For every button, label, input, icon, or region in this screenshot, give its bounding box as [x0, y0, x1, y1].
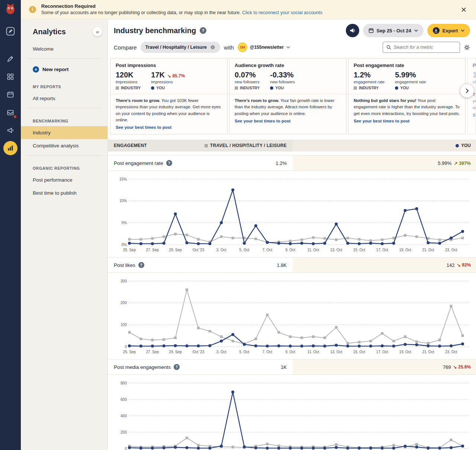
post-media-engagements-chart: 020040060080025. Sep27. Sep29. SepOct '2…	[108, 375, 476, 450]
svg-text:9. Oct: 9. Oct	[285, 248, 295, 252]
sidebar-item-post-performance[interactable]: Post performance	[21, 173, 107, 186]
info-icon: i	[29, 6, 36, 13]
svg-text:Oct '23: Oct '23	[193, 350, 205, 354]
help-icon[interactable]: ?	[200, 27, 206, 34]
search-input[interactable]	[394, 45, 456, 50]
svg-text:5. Oct: 5. Oct	[239, 350, 250, 354]
amplify-megaphone-icon[interactable]	[3, 123, 17, 137]
industry-legend: TRAVEL / HOSPITALITY / LEISURE	[205, 143, 287, 148]
card-title: Audience growth rate	[229, 63, 346, 68]
svg-text:9. Oct: 9. Oct	[285, 350, 295, 354]
svg-text:7. Oct: 7. Oct	[262, 248, 272, 252]
help-icon[interactable]: ?	[166, 160, 172, 166]
next-cards-button[interactable]	[460, 84, 474, 98]
analytics-icon[interactable]	[3, 141, 17, 155]
settings-gear-icon[interactable]	[464, 44, 470, 51]
metric-label: Post media engagements	[114, 364, 171, 370]
svg-text:21. Oct: 21. Oct	[422, 350, 434, 354]
you-value: 5.99%	[438, 160, 451, 166]
plus-icon: +	[33, 66, 39, 73]
page-header: Industry benchmarking ? Sep 25 - Oct 24 …	[108, 19, 476, 40]
industry-selector-pill[interactable]: Travel / Hospitality / Leisure	[141, 42, 220, 53]
banner-message: Some of your accounts are no longer publ…	[41, 10, 322, 16]
inbox-icon[interactable]	[3, 105, 17, 119]
calendar-icon	[369, 28, 374, 33]
industry-swatch	[116, 86, 119, 90]
best-times-link[interactable]: See your best times to post	[110, 125, 227, 130]
line-chart: 0%5%10%15%25. Sep27. Sep29. SepOct '233.…	[112, 175, 472, 254]
divider	[229, 94, 346, 94]
help-icon[interactable]: ?	[174, 364, 180, 370]
svg-text:3. Oct: 3. Oct	[216, 350, 226, 354]
with-label: with	[224, 44, 234, 51]
industry-swatch	[235, 86, 238, 90]
streams-grid-icon[interactable]	[3, 70, 17, 84]
page-title: Industry benchmarking	[114, 26, 196, 35]
card-message: Nothing but gold stars for you! Your pos…	[348, 98, 465, 117]
you-value: 769	[443, 364, 451, 370]
reconnect-link[interactable]: Click to reconnect your social accounts	[242, 10, 322, 15]
svg-text:100: 100	[120, 323, 127, 327]
collapse-sidebar-button[interactable]: «	[93, 27, 102, 36]
row-post-media-engagements: Post media engagements ? 1K 769 ↘ 25.6%	[108, 359, 476, 375]
chevron-down-icon	[286, 46, 290, 48]
svg-text:200: 200	[120, 430, 127, 434]
industry-swatch	[354, 86, 357, 90]
new-report-button[interactable]: + New report	[21, 62, 107, 77]
sidebar-item-all-reports[interactable]: All reports	[21, 92, 107, 105]
svg-text:27. Sep: 27. Sep	[146, 350, 159, 354]
delta-badge: ↘ 92%	[457, 262, 471, 268]
divider	[348, 94, 465, 94]
sidebar-item-welcome[interactable]: Welcome	[21, 42, 107, 55]
svg-text:27. Sep: 27. Sep	[146, 248, 159, 252]
svg-text:300: 300	[120, 279, 127, 283]
svg-text:0: 0	[125, 345, 127, 349]
metric-label: Post likes	[114, 262, 135, 268]
svg-text:13. Oct: 13. Oct	[330, 350, 342, 354]
svg-text:25. Sep: 25. Sep	[123, 248, 136, 252]
announcements-megaphone-button[interactable]	[346, 24, 359, 37]
svg-text:11. Oct: 11. Oct	[308, 248, 319, 252]
close-icon[interactable]	[458, 4, 469, 15]
planner-calendar-icon[interactable]	[3, 87, 17, 102]
best-times-link[interactable]: See your best times to post	[229, 119, 346, 123]
analytics-sidebar: Analytics « Welcome + New report MY REPO…	[21, 19, 108, 450]
section-my-reports: MY REPORTS	[21, 77, 107, 92]
export-button[interactable]: Export	[427, 24, 470, 37]
section-title: ENGAGEMENT	[114, 143, 147, 148]
help-icon[interactable]: ?	[138, 262, 144, 268]
svg-text:17. Oct: 17. Oct	[376, 350, 388, 354]
sidebar-item-best-time-to-publish[interactable]: Best time to publish	[21, 186, 107, 200]
sidebar-item-competitive-analysis[interactable]: Competitive analysis	[21, 139, 107, 152]
date-range-picker[interactable]: Sep 25 - Oct 24	[363, 24, 424, 37]
svg-text:5. Oct: 5. Oct	[239, 248, 250, 252]
compose-icon[interactable]	[3, 24, 17, 38]
you-swatch	[270, 86, 273, 90]
app-rail	[0, 0, 21, 450]
svg-text:3. Oct: 3. Oct	[216, 248, 226, 252]
card-audience-growth-rate: Audience growth rate 0.07% new followers…	[229, 58, 347, 134]
account-selector[interactable]: 155 @155newsletter	[238, 42, 290, 52]
svg-text:15. Oct: 15. Oct	[353, 248, 365, 252]
industry-stats: 120K impressions INDUSTRY	[116, 71, 141, 90]
line-chart: 010020030025. Sep27. Sep29. SepOct '233.…	[112, 277, 472, 356]
posts-pen-icon[interactable]	[3, 52, 17, 66]
industry-value: 1.2%	[276, 160, 287, 166]
compare-label: Compare	[114, 44, 137, 51]
you-stats: 17K ↘ 85.7% impressions YOU	[151, 71, 185, 90]
line-chart: 020040060080025. Sep27. Sep29. SepOct '2…	[112, 379, 472, 450]
best-times-link[interactable]: See your best times to post	[348, 119, 465, 123]
sidebar-item-industry[interactable]: Industry	[21, 126, 107, 139]
svg-text:10%: 10%	[119, 199, 127, 203]
divider	[27, 155, 102, 156]
sidebar-title: Analytics	[33, 28, 66, 36]
gear-icon[interactable]	[210, 45, 215, 50]
delta-badge: ↘ 25.6%	[453, 364, 471, 370]
you-swatch	[151, 86, 154, 90]
chevron-down-icon	[414, 29, 418, 32]
svg-text:29. Sep: 29. Sep	[169, 350, 182, 354]
card-post-impressions: Post impressions 120K impressions INDUST…	[110, 58, 228, 134]
you-value: 142	[447, 262, 455, 268]
divider	[27, 108, 102, 108]
hootsuite-owl-logo[interactable]	[4, 2, 17, 17]
